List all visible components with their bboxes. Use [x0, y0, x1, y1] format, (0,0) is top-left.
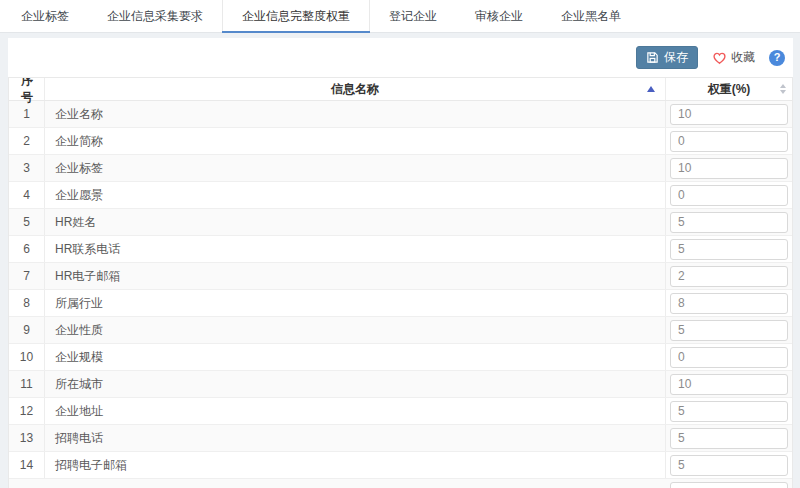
row-name-label: 企业名称: [55, 106, 103, 123]
tab-item[interactable]: 企业标签: [2, 0, 88, 32]
row-name-cell: 招聘电话: [45, 425, 666, 451]
row-name-cell: 企业名称: [45, 101, 666, 127]
weight-input[interactable]: [670, 320, 788, 341]
row-index: 3: [9, 155, 45, 181]
row-index: 10: [9, 344, 45, 370]
tab-label: 企业信息采集要求: [107, 8, 203, 25]
row-index: 2: [9, 128, 45, 154]
content-panel: 保存 收藏 ? 序号 信息名称 权重(%): [8, 38, 793, 488]
help-icon[interactable]: ?: [769, 50, 785, 66]
weight-input[interactable]: [670, 374, 788, 395]
tab-label: 企业标签: [21, 8, 69, 25]
row-index: 9: [9, 317, 45, 343]
weight-input[interactable]: [670, 455, 788, 476]
row-weight-cell: [666, 155, 792, 181]
row-index: 1: [9, 101, 45, 127]
table-row: 11 所在城市: [9, 371, 792, 398]
column-header-name[interactable]: 信息名称: [45, 78, 666, 100]
row-name-cell: 所属行业: [45, 290, 666, 316]
row-weight-cell: [666, 398, 792, 424]
row-name-label: 所属行业: [55, 295, 103, 312]
row-index: 12: [9, 398, 45, 424]
row-weight-cell: [666, 479, 792, 488]
table-row: 12 企业地址: [9, 398, 792, 425]
row-index: 4: [9, 182, 45, 208]
row-weight-cell: [666, 425, 792, 451]
row-index: 7: [9, 263, 45, 289]
table-row: 13 招聘电话: [9, 425, 792, 452]
row-name-cell: 企业愿景: [45, 182, 666, 208]
row-index: 11: [9, 371, 45, 397]
save-button[interactable]: 保存: [636, 46, 698, 69]
favorite-button-label: 收藏: [731, 49, 755, 66]
row-index: 14: [9, 452, 45, 478]
row-name-label: HR电子邮箱: [55, 268, 120, 285]
column-header-index: 序号: [9, 78, 45, 100]
column-header-weight[interactable]: 权重(%): [666, 78, 792, 100]
weight-input[interactable]: [670, 347, 788, 368]
weight-input[interactable]: [670, 239, 788, 260]
row-name-label: HR联系电话: [55, 241, 120, 258]
weight-input[interactable]: [670, 482, 788, 488]
row-weight-cell: [666, 371, 792, 397]
table-row: 8 所属行业: [9, 290, 792, 317]
table-row: 5 HR姓名: [9, 209, 792, 236]
weights-table: 序号 信息名称 权重(%) 1 企业名称: [8, 77, 793, 488]
tab-label: 审核企业: [475, 8, 523, 25]
tab-item[interactable]: 登记企业: [370, 0, 456, 32]
table-row: 7 HR电子邮箱: [9, 263, 792, 290]
row-name-cell: HR联系电话: [45, 236, 666, 262]
save-icon: [646, 51, 659, 64]
row-index: 6: [9, 236, 45, 262]
row-name-cell: 所在城市: [45, 371, 666, 397]
table-body: 1 企业名称 2 企业简称: [9, 101, 792, 479]
row-weight-cell: [666, 344, 792, 370]
row-name-label: HR姓名: [55, 214, 96, 231]
row-name-label: 企业标签: [55, 160, 103, 177]
row-weight-cell: [666, 236, 792, 262]
table-header-row: 序号 信息名称 权重(%): [9, 78, 792, 101]
row-weight-cell: [666, 263, 792, 289]
weight-input[interactable]: [670, 428, 788, 449]
weight-input[interactable]: [670, 185, 788, 206]
favorite-button[interactable]: 收藏: [712, 49, 755, 66]
weight-input[interactable]: [670, 293, 788, 314]
row-weight-cell: [666, 452, 792, 478]
weight-input[interactable]: [670, 401, 788, 422]
weight-input[interactable]: [670, 212, 788, 233]
row-name-label: 所在城市: [55, 376, 103, 393]
row-name-cell: 企业标签: [45, 155, 666, 181]
tab-item[interactable]: 审核企业: [456, 0, 542, 32]
table-row: 10 企业规模: [9, 344, 792, 371]
save-button-label: 保存: [664, 49, 688, 66]
tab-label: 登记企业: [389, 8, 437, 25]
row-name-cell: 企业规模: [45, 344, 666, 370]
row-weight-cell: [666, 209, 792, 235]
weight-input[interactable]: [670, 158, 788, 179]
weight-input[interactable]: [670, 104, 788, 125]
row-name-cell: HR电子邮箱: [45, 263, 666, 289]
row-weight-cell: [666, 101, 792, 127]
heart-icon: [712, 51, 727, 65]
row-index: 8: [9, 290, 45, 316]
column-header-name-label: 信息名称: [331, 81, 379, 98]
row-name-cell: HR姓名: [45, 209, 666, 235]
weight-input[interactable]: [670, 266, 788, 287]
tab-bar: 企业标签 企业信息采集要求 企业信息完整度权重 登记企业 审核企业 企业黑名单: [0, 0, 800, 33]
table-row-partial: [9, 479, 792, 488]
row-name-cell: 企业地址: [45, 398, 666, 424]
sort-toggle-icon: [780, 84, 786, 94]
row-name-label: 企业愿景: [55, 187, 103, 204]
table-row: 6 HR联系电话: [9, 236, 792, 263]
row-name-cell: 企业简称: [45, 128, 666, 154]
tab-item[interactable]: 企业信息采集要求: [88, 0, 222, 32]
tab-item[interactable]: 企业黑名单: [542, 0, 640, 32]
weight-input[interactable]: [670, 131, 788, 152]
row-index: 5: [9, 209, 45, 235]
row-name-label: 企业性质: [55, 322, 103, 339]
table-row: 3 企业标签: [9, 155, 792, 182]
tab-item[interactable]: 企业信息完整度权重: [222, 0, 370, 32]
row-name-cell: 企业性质: [45, 317, 666, 343]
table-row: 1 企业名称: [9, 101, 792, 128]
column-header-weight-label: 权重(%): [708, 81, 751, 98]
